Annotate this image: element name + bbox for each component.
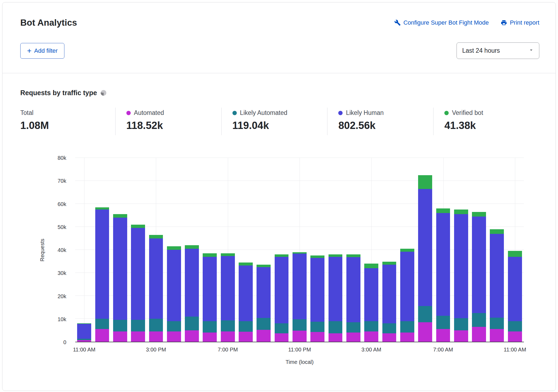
x-tick-label: 11:00 AM <box>504 347 526 353</box>
bar-17[interactable] <box>380 158 398 342</box>
bar-segment-likely-automated <box>203 321 217 333</box>
bar-segment-verified-bot <box>329 254 343 257</box>
bar-segment-likely-automated <box>400 321 414 333</box>
bar-segment-likely-human <box>346 257 360 322</box>
stat-total[interactable]: Total 1.08M <box>20 108 115 135</box>
bar-segment-automated <box>167 331 181 342</box>
bar-22[interactable] <box>470 158 488 342</box>
plus-icon: + <box>27 47 31 55</box>
bar-segment-likely-automated <box>149 319 163 331</box>
header: Bot Analytics Configure Super Bot Fight … <box>2 2 556 73</box>
bar-segment-verified-bot <box>400 249 414 252</box>
bar-segment-likely-automated <box>364 321 378 331</box>
bar-segment-likely-human <box>221 256 235 320</box>
bar-segment-likely-automated <box>293 319 307 331</box>
configure-super-bot-fight-mode-link[interactable]: Configure Super Bot Fight Mode <box>394 19 489 26</box>
bar-segment-automated <box>364 331 378 342</box>
bar-3[interactable] <box>129 158 147 342</box>
time-range-dropdown[interactable]: Last 24 hours <box>457 42 539 59</box>
bar-segment-likely-automated <box>113 320 127 331</box>
bar-segment-verified-bot <box>239 263 253 265</box>
bar-segment-verified-bot <box>346 254 360 257</box>
bar-21[interactable] <box>452 158 470 342</box>
bar-12[interactable] <box>291 158 308 342</box>
pie-chart-icon <box>101 90 106 96</box>
bar-0[interactable] <box>75 158 93 342</box>
bar-segment-automated <box>221 331 235 342</box>
bar-8[interactable] <box>219 158 237 342</box>
bar-segment-verified-bot <box>382 262 396 265</box>
bar-14[interactable] <box>326 158 344 342</box>
stat-likely-human[interactable]: Likely Human 802.56k <box>327 108 433 135</box>
bar-segment-verified-bot <box>167 246 181 250</box>
time-range-value: Last 24 hours <box>462 47 500 54</box>
bar-16[interactable] <box>362 158 380 342</box>
bar-segment-verified-bot <box>364 264 378 268</box>
bar-segment-likely-human <box>454 214 468 318</box>
bar-9[interactable] <box>237 158 255 342</box>
bar-segment-verified-bot <box>508 251 522 257</box>
bar-segment-verified-bot <box>149 235 163 238</box>
printer-icon <box>501 19 507 26</box>
y-tick-label: 10k <box>58 316 66 322</box>
bar-segment-likely-human <box>436 213 450 316</box>
bar-segment-likely-human <box>418 189 432 306</box>
stat-likely-human-value: 802.56k <box>338 120 431 131</box>
bar-segment-verified-bot <box>221 253 235 256</box>
bar-segment-automated <box>77 340 91 342</box>
wrench-icon <box>394 19 401 26</box>
bar-segment-likely-automated <box>185 317 199 330</box>
automated-dot <box>126 111 131 115</box>
bar-10[interactable] <box>255 158 273 342</box>
bar-segment-likely-automated <box>275 323 289 333</box>
bar-5[interactable] <box>165 158 183 342</box>
x-axis-label: Time (local) <box>75 359 524 365</box>
x-tick-label: 3:00 AM <box>362 347 381 353</box>
add-filter-button[interactable]: + Add filter <box>20 43 64 59</box>
stat-verified-bot-value: 41.38k <box>444 120 537 131</box>
bar-segment-likely-human <box>310 258 324 322</box>
bar-6[interactable] <box>183 158 201 342</box>
bar-segment-likely-automated <box>346 322 360 333</box>
bar-segment-automated <box>472 327 486 342</box>
bar-segment-automated <box>239 332 253 342</box>
bar-segment-automated <box>275 333 289 342</box>
bar-segment-likely-human <box>329 257 343 321</box>
bar-15[interactable] <box>344 158 362 342</box>
bar-18[interactable] <box>398 158 416 342</box>
bar-20[interactable] <box>434 158 452 342</box>
bar-7[interactable] <box>201 158 219 342</box>
bar-segment-automated <box>346 333 360 342</box>
y-tick-label: 80k <box>58 155 66 161</box>
bar-1[interactable] <box>93 158 111 342</box>
bot-analytics-card: Bot Analytics Configure Super Bot Fight … <box>2 2 556 391</box>
bar-segment-likely-human <box>293 254 307 319</box>
bar-segment-automated <box>203 333 217 342</box>
bar-23[interactable] <box>488 158 506 342</box>
bar-segment-verified-bot <box>418 175 432 189</box>
stat-likely-human-label: Likely Human <box>346 109 383 117</box>
bar-segment-automated <box>418 322 432 342</box>
bar-segment-likely-human <box>490 234 504 318</box>
print-report-link[interactable]: Print report <box>501 19 539 26</box>
bar-segment-automated <box>454 330 468 342</box>
bar-24[interactable] <box>506 158 524 342</box>
bar-segment-likely-human <box>167 250 181 321</box>
bar-2[interactable] <box>111 158 129 342</box>
bar-segment-verified-bot <box>95 207 109 210</box>
bar-segment-likely-human <box>239 265 253 321</box>
stat-automated[interactable]: Automated 118.52k <box>115 108 221 135</box>
bar-segment-likely-human <box>400 252 414 321</box>
stat-verified-bot[interactable]: Verified bot 41.38k <box>433 108 539 135</box>
bar-segment-verified-bot <box>436 208 450 213</box>
bar-4[interactable] <box>147 158 165 342</box>
bar-segment-automated <box>257 330 271 342</box>
bar-segment-likely-automated <box>490 318 504 329</box>
y-axis-label: Requests <box>39 239 45 262</box>
stat-likely-automated[interactable]: Likely Automated 119.04k <box>221 108 327 135</box>
bar-segment-likely-human <box>113 218 127 320</box>
bar-11[interactable] <box>273 158 290 342</box>
x-tick-label: 3:00 PM <box>146 347 166 353</box>
bar-13[interactable] <box>308 158 326 342</box>
bar-19[interactable] <box>416 158 434 342</box>
